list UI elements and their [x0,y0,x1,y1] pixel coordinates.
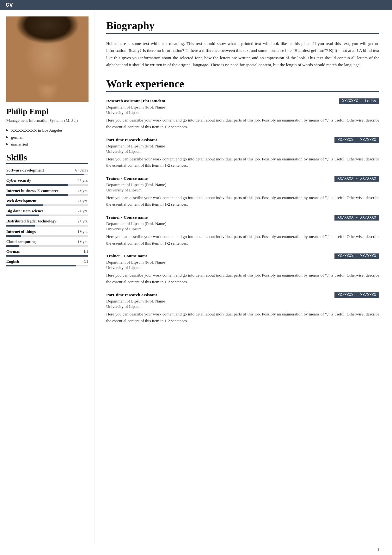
skill-row: Web development 2+ yrs. [6,198,88,206]
biography-title: Biography [106,20,379,34]
language-name: English [6,259,19,264]
header-bar: CV [0,0,392,10]
profile-photo [6,16,89,102]
work-section: Research assistant | PhD student XX/XXXX… [106,98,379,324]
skill-years: 1+ yrs. [78,240,88,244]
skill-bar-bg [6,184,88,186]
main-layout: Philip Empl Management Information Syste… [0,10,392,544]
job-org1: Department of Lipsum (Prof. Name) [106,221,379,226]
language-name: German [6,249,20,254]
job-org1: Department of Lipsum (Prof. Name) [106,182,379,187]
sidebar: Philip Empl Management Information Syste… [0,10,95,544]
skill-years: 1+ yrs. [78,229,88,234]
job-date-badge: XX/XXXX - XX/XXXX [334,292,379,298]
info-item-location: XX.XX.XXXX in Los Angeles [6,128,88,133]
skill-years: 6+ Jahre [75,168,88,173]
job-date-badge: XX/XXXX - today [339,98,379,104]
skill-bar-bg [6,204,88,206]
job-title: Part-time research assistant [106,137,157,142]
content-area: Biography Hello, here is some text witho… [95,10,392,544]
job-org2: University of Lipsum [106,227,379,232]
skill-name: Cloud computing [6,239,36,244]
job-entry: Trainer - Course name XX/XXXX - XX/XXXX … [106,176,379,208]
job-date-badge: XX/XXXX - XX/XXXX [334,137,379,143]
skill-name: Web development [6,198,36,203]
job-title: Trainer - Course name [106,176,148,181]
job-desc: Here you can describe your work content … [106,117,379,130]
photo-placeholder [6,16,89,102]
skill-row: Internet of things 1+ yrs. [6,229,88,237]
language-row: German L1 [6,249,88,257]
job-title: Trainer - Course name [106,253,148,259]
job-desc: Here you can describe your work content … [106,272,379,285]
job-entry: Part-time research assistant XX/XXXX - X… [106,292,379,324]
job-desc: Here you can describe your work content … [106,195,379,208]
skill-row: Cyber security 4+ yrs. [6,178,88,185]
person-title: Management Information Systems (M. Sc.) [6,118,88,123]
job-org1: Department of Lipsum (Prof. Name) [106,105,379,110]
person-name: Philip Empl [6,107,88,116]
skill-name: Internet of things [6,229,36,234]
job-title: Research assistant | PhD student [106,98,165,103]
languages-container: German L1 English C1 [6,249,88,266]
skill-row: Software development 6+ Jahre [6,168,88,175]
skill-row: Cloud computing 1+ yrs. [6,239,88,247]
skill-bar-fill [6,225,35,227]
skills-table: Software development 6+ Jahre Cyber secu… [6,168,88,247]
job-entry: Research assistant | PhD student XX/XXXX… [106,98,379,130]
info-item-language: german [6,135,88,140]
skill-row: Distributed legder technology 2+ yrs. [6,219,88,226]
biography-text: Hello, here is some text without a meani… [106,40,379,68]
skill-years: 2+ yrs. [78,199,88,203]
skill-name: Big data/ Data science [6,209,44,214]
job-org1: Department of Lipsum (Prof. Name) [106,299,379,304]
job-desc: Here you can describe your work content … [106,234,379,247]
skills-section-title: Skills [6,153,88,164]
skill-bar-bg [6,225,88,227]
skill-name: Software development [6,168,44,173]
job-desc: Here you can describe your work content … [106,156,379,169]
skill-name: Internet business/ E-commerce [6,188,58,193]
job-date-badge: XX/XXXX - XX/XXXX [334,215,379,221]
skill-bar-fill [6,194,68,196]
skill-years: 4+ yrs. [78,189,88,193]
job-date-badge: XX/XXXX - XX/XXXX [334,253,379,259]
job-org2: University of Lipsum [106,188,379,193]
language-level: L1 [84,249,88,254]
header-title: CV [6,2,13,8]
job-org2: University of Lipsum [106,149,379,154]
job-org2: University of Lipsum [106,304,379,309]
skill-bar-bg [6,194,88,196]
skill-bar-fill [6,204,43,206]
skill-years: 2+ yrs. [78,209,88,214]
job-org2: University of Lipsum [106,265,379,270]
job-entry: Trainer - Course name XX/XXXX - XX/XXXX … [106,215,379,247]
language-bar-fill [6,265,76,266]
skill-bar-bg [6,215,88,216]
skill-row: Internet business/ E-commerce 4+ yrs. [6,188,88,196]
language-bar-fill [6,255,88,257]
language-level: C1 [84,259,88,264]
job-title: Part-time research assistant [106,292,157,297]
language-row: English C1 [6,259,88,266]
skill-bar-bg [6,174,88,175]
language-bar-bg [6,265,88,266]
skill-bar-bg [6,235,88,237]
info-list: XX.XX.XXXX in Los Angeles german unmarri… [6,128,88,147]
skill-bar-bg [6,245,88,247]
skill-bar-fill [6,184,68,186]
job-org1: Department of Lipsum (Prof. Name) [106,144,379,149]
skill-years: 2+ yrs. [78,219,88,224]
job-entry: Trainer - Course name XX/XXXX - XX/XXXX … [106,253,379,285]
job-desc: Here you can describe your work content … [106,311,379,324]
job-date-badge: XX/XXXX - XX/XXXX [334,176,379,182]
skill-bar-fill [6,235,21,237]
skill-name: Cyber security [6,178,31,183]
info-item-status: unmarried [6,142,88,147]
language-bar-bg [6,255,88,257]
job-entry: Part-time research assistant XX/XXXX - X… [106,137,379,169]
job-org2: University of Lipsum [106,110,379,115]
skill-name: Distributed legder technology [6,219,56,224]
skill-bar-fill [6,215,39,216]
job-title: Trainer - Course name [106,215,148,220]
